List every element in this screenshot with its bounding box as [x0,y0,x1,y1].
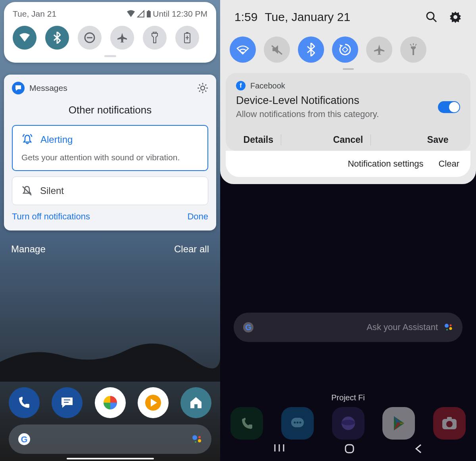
bluetooth-toggle[interactable] [298,36,324,63]
card-app-row: f Facebook [236,81,460,90]
silent-option[interactable]: Silent [12,177,208,205]
allow-toggle[interactable] [438,101,460,113]
svg-rect-53 [345,445,353,453]
search-icon [425,11,438,23]
assistant-search-bar[interactable]: G Ask your Assistant [234,313,463,342]
home-app[interactable] [180,387,211,418]
search-button[interactable] [425,11,438,23]
back-button[interactable] [415,444,422,454]
svg-text:G: G [21,434,27,444]
save-button[interactable]: Save [415,129,460,151]
svg-rect-0 [147,11,151,17]
clear-all-button[interactable]: Clear all [174,244,209,255]
svg-point-25 [427,12,434,19]
bluetooth-icon [54,32,61,44]
samsung-status: 1:59 Tue, January 21 [220,0,476,29]
quick-toggles [11,26,209,50]
back-icon [415,444,422,454]
status-bar: Tue, Jan 21 Until 12:30 PM [11,6,209,20]
qs-drag-handle[interactable] [104,55,116,57]
photos-app[interactable] [95,387,126,418]
done-button[interactable]: Done [187,211,208,222]
home-nav-icon [344,444,355,454]
flashlight-toggle[interactable] [143,26,167,50]
notification-settings-link[interactable]: Notification settings [348,159,424,169]
pixel-phone: Tue, Jan 21 Until 12:30 PM Messages Othe… [0,0,220,461]
svg-point-29 [242,52,244,54]
dnd-toggle[interactable] [78,26,102,50]
svg-line-13 [199,91,200,92]
battery-icon [146,10,151,18]
assistant-icon [192,434,203,445]
phone-icon [239,415,255,431]
rotate-toggle[interactable] [332,36,358,63]
svg-point-22 [198,436,201,438]
flashlight-icon [151,32,158,44]
turn-off-notifications-link[interactable]: Turn off notifications [12,211,90,222]
phone-app[interactable] [9,387,40,418]
airplane-icon [116,32,128,44]
flashlight-toggle[interactable] [400,36,426,63]
wifi-indicator-icon [127,10,135,18]
gear-icon [197,83,208,94]
svg-point-24 [195,441,196,443]
alerting-option[interactable]: Alerting Gets your attention with sound … [12,125,208,171]
quick-settings-panel[interactable]: Tue, Jan 21 Until 12:30 PM [4,2,216,63]
facebook-icon: f [236,81,246,90]
phone-app[interactable] [230,407,263,440]
google-g-icon: G [17,432,31,446]
qs-drag-handle[interactable] [343,68,354,70]
internet-app[interactable] [332,407,365,440]
home-icon [188,395,204,411]
status-right: Until 12:30 PM [127,9,207,19]
notification-channel-card[interactable]: f Facebook Device-Level Notifications Al… [226,73,470,151]
card-app-name: Facebook [250,81,285,90]
airplane-icon [373,43,386,56]
cancel-button[interactable]: Cancel [326,129,370,151]
status-date: Tue, Jan 21 [13,9,56,19]
status-date: Tue, January 21 [265,10,418,24]
play-icon [391,415,407,432]
wifi-icon [19,33,31,42]
messages-app-icon [12,82,25,94]
bluetooth-toggle[interactable] [45,26,69,50]
svg-point-21 [192,435,197,440]
battery-saver-icon [184,32,191,44]
camera-icon [441,416,458,431]
samsung-qs-panel[interactable]: 1:59 Tue, January 21 f Facebook Device [220,0,476,184]
play-music-app[interactable] [138,387,169,418]
svg-point-37 [445,324,449,328]
wallpaper-hills [0,334,220,382]
messages-app[interactable] [52,387,83,418]
wifi-toggle[interactable] [230,36,256,63]
airplane-toggle[interactable] [110,26,134,50]
notification-card[interactable]: Messages Other notifications Alerting Ge… [4,75,216,230]
messages-app[interactable] [281,407,314,440]
settings-button[interactable] [449,11,462,23]
bell-ring-icon [21,134,33,146]
home-button[interactable] [344,444,355,454]
battery-saver-toggle[interactable] [175,26,199,50]
airplane-toggle[interactable] [366,36,392,63]
details-button[interactable]: Details [236,129,281,151]
camera-app[interactable] [433,407,466,440]
phone-icon [17,395,32,410]
samsung-toggles [220,29,476,63]
svg-rect-5 [186,32,188,33]
play-store-app[interactable] [382,407,415,440]
dnd-icon [84,32,96,44]
google-search-bar[interactable]: G [9,425,211,454]
recents-button[interactable] [274,444,285,454]
svg-line-15 [23,186,31,195]
sound-toggle[interactable] [264,36,290,63]
clear-button[interactable]: Clear [438,159,459,169]
svg-point-6 [201,86,205,90]
svg-point-38 [450,325,452,327]
manage-button[interactable]: Manage [11,244,46,255]
svg-point-48 [446,421,453,427]
gesture-bar[interactable] [67,458,154,459]
wifi-toggle[interactable] [13,26,36,50]
nav-bar [220,440,476,458]
samsung-dock [230,407,466,440]
notification-settings-button[interactable] [197,83,208,94]
